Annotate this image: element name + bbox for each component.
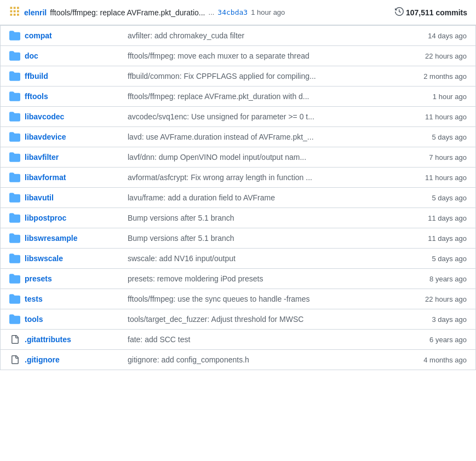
file-time: 7 hours ago [401,153,467,162]
file-name[interactable]: libavfilter [25,153,123,162]
table-row[interactable]: docfftools/ffmpeg: move each muxer to a … [1,46,475,66]
table-row[interactable]: libpostprocBump versions after 5.1 branc… [1,208,475,228]
table-row[interactable]: libavdevicelavd: use AVFrame.duration in… [1,127,475,147]
file-commit-message[interactable]: fftools/ffmpeg: replace AVFrame.pkt_dura… [128,92,397,101]
commits-count[interactable]: 107,511 commits [395,7,467,18]
repo-icon [9,5,20,19]
folder-icon [9,30,20,41]
table-row[interactable]: .gitattributesfate: add SCC test6 years … [1,330,475,350]
file-name[interactable]: doc [25,51,123,60]
commit-ellipsis: ... [209,8,215,16]
folder-icon [9,111,20,122]
commits-count-label: 107,511 commits [406,8,467,17]
table-row[interactable]: compatavfilter: add chromakey_cuda filte… [1,26,475,46]
file-name[interactable]: libpostproc [25,214,123,222]
file-name[interactable]: fftools [25,92,123,101]
file-commit-message[interactable]: fftools/ffmpeg: move each muxer to a sep… [128,51,397,60]
folder-icon [9,91,20,102]
file-time: 8 years ago [401,275,467,283]
file-commit-message[interactable]: tools/target_dec_fuzzer: Adjust threshol… [128,315,397,324]
file-commit-message[interactable]: avfilter: add chromakey_cuda filter [128,31,397,40]
history-icon [395,7,404,18]
file-table: compatavfilter: add chromakey_cuda filte… [0,25,476,370]
file-name[interactable]: .gitignore [25,355,123,364]
table-row[interactable]: ffbuildffbuild/common: Fix CPPFLAGS appl… [1,66,475,87]
folder-icon [9,131,20,142]
commit-time: 1 hour ago [251,8,285,16]
file-name[interactable]: libavdevice [25,132,123,141]
file-time: 5 days ago [401,255,467,263]
file-time: 22 hours ago [401,295,467,303]
file-name[interactable]: libavcodec [25,112,123,121]
file-commit-message[interactable]: swscale: add NV16 input/output [128,254,397,263]
file-time: 14 days ago [401,32,467,40]
file-name[interactable]: ffbuild [25,72,123,80]
table-row[interactable]: testsfftools/ffmpeg: use the sync queues… [1,289,475,309]
folder-icon [9,152,20,163]
commit-hash[interactable]: 34cbda3 [217,8,248,16]
file-time: 11 days ago [401,234,467,243]
folder-icon [9,314,20,325]
file-time: 11 hours ago [401,174,467,182]
file-commit-message[interactable]: Bump versions after 5.1 branch [128,234,397,243]
table-row[interactable]: libavutillavu/frame: add a duration fiel… [1,188,475,208]
commit-info: elenril fftools/ffmpeg: replace AVFrame.… [24,8,391,17]
folder-icon [9,273,20,284]
table-row[interactable]: fftoolsfftools/ffmpeg: replace AVFrame.p… [1,87,475,107]
table-row[interactable]: libswscaleswscale: add NV16 input/output… [1,249,475,269]
table-row[interactable]: libavcodecavcodec/svq1enc: Use unsigned … [1,107,475,127]
table-row[interactable]: toolstools/target_dec_fuzzer: Adjust thr… [1,309,475,330]
file-time: 2 months ago [401,72,467,80]
folder-icon [9,212,20,223]
folder-icon [9,71,20,82]
file-time: 4 months ago [401,356,467,364]
file-name[interactable]: compat [25,31,123,40]
file-name[interactable]: .gitattributes [25,335,123,344]
table-row[interactable]: libavfilterlavf/dnn: dump OpenVINO model… [1,147,475,168]
file-commit-message[interactable]: gitignore: add config_components.h [128,355,397,364]
file-commit-message[interactable]: avcodec/svq1enc: Use unsigned for parame… [128,112,397,121]
file-time: 5 days ago [401,133,467,141]
file-time: 11 days ago [401,214,467,222]
folder-icon [9,233,20,244]
folder-icon [9,172,20,183]
table-row[interactable]: libswresampleBump versions after 5.1 bra… [1,228,475,249]
file-commit-message[interactable]: lavd: use AVFrame.duration instead of AV… [128,132,397,141]
table-row[interactable]: libavformatavformat/asfcrypt: Fix wrong … [1,168,475,188]
file-icon [9,334,20,345]
file-name[interactable]: libswscale [25,254,123,263]
file-time: 11 hours ago [401,113,467,121]
file-name[interactable]: libavutil [25,193,123,202]
file-time: 5 days ago [401,194,467,202]
file-time: 6 years ago [401,336,467,344]
file-time: 3 days ago [401,315,467,324]
file-name[interactable]: presets [25,274,123,283]
file-name[interactable]: tools [25,315,123,324]
commit-message[interactable]: fftools/ffmpeg: replace AVFrame.pkt_dura… [50,8,205,17]
file-time: 1 hour ago [401,93,467,101]
folder-icon [9,192,20,203]
file-icon [9,354,20,365]
file-commit-message[interactable]: fftools/ffmpeg: use the sync queues to h… [128,295,397,303]
repo-header: elenril fftools/ffmpeg: replace AVFrame.… [0,0,476,25]
file-name[interactable]: libswresample [25,234,123,243]
file-commit-message[interactable]: presets: remove moldering iPod presets [128,274,397,283]
file-list: compatavfilter: add chromakey_cuda filte… [0,25,476,370]
file-commit-message[interactable]: lavu/frame: add a duration field to AVFr… [128,193,397,202]
file-time: 22 hours ago [401,52,467,60]
commit-user[interactable]: elenril [24,8,47,17]
folder-icon [9,253,20,264]
file-commit-message[interactable]: lavf/dnn: dump OpenVINO model input/outp… [128,153,397,162]
table-row[interactable]: .gitignoregitignore: add config_componen… [1,350,475,370]
file-name[interactable]: tests [25,295,123,303]
table-row[interactable]: presetspresets: remove moldering iPod pr… [1,269,475,289]
folder-icon [9,293,20,304]
file-commit-message[interactable]: ffbuild/common: Fix CPPFLAGS applied for… [128,72,397,80]
folder-icon [9,50,20,61]
file-commit-message[interactable]: fate: add SCC test [128,335,397,344]
file-name[interactable]: libavformat [25,173,123,182]
file-commit-message[interactable]: Bump versions after 5.1 branch [128,214,397,222]
file-commit-message[interactable]: avformat/asfcrypt: Fix wrong array lengt… [128,173,397,182]
